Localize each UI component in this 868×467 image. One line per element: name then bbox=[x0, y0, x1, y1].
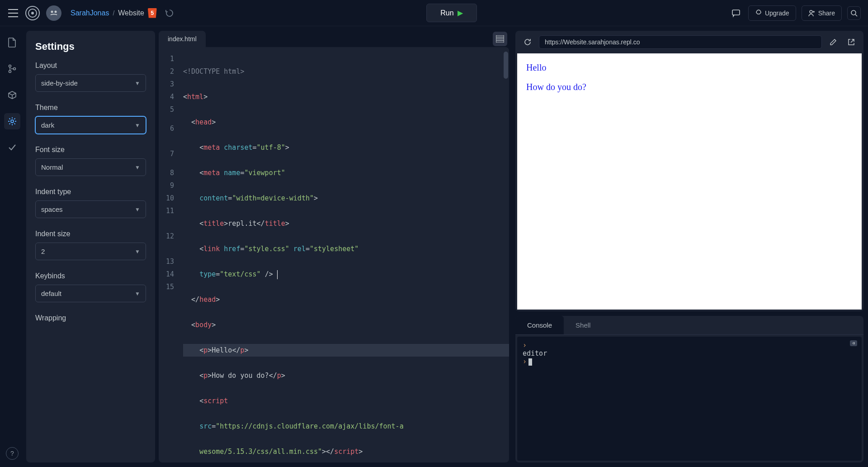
column-resize-handle[interactable] bbox=[511, 26, 514, 467]
chevron-down-icon: ▼ bbox=[135, 248, 140, 255]
layout-value: side-by-side bbox=[41, 79, 78, 87]
chevron-down-icon: ▼ bbox=[135, 122, 140, 129]
editor-column: index.html 1 2 3 4 5 6 7 8 9 10 11 12 13 bbox=[159, 31, 509, 462]
font-size-select[interactable]: Normal ▼ bbox=[35, 158, 146, 176]
html5-icon: 5 bbox=[148, 8, 157, 18]
breadcrumb-user[interactable]: SarahJonas bbox=[71, 9, 109, 17]
chevron-down-icon: ▼ bbox=[135, 206, 140, 213]
upgrade-button[interactable]: Upgrade bbox=[748, 5, 796, 21]
refresh-icon[interactable] bbox=[521, 35, 534, 49]
indent-size-value: 2 bbox=[41, 248, 45, 255]
svg-point-11 bbox=[11, 120, 14, 123]
editor-tab[interactable]: index.html bbox=[159, 31, 206, 47]
svg-point-6 bbox=[810, 10, 812, 13]
tab-shell[interactable]: Shell bbox=[564, 316, 602, 334]
breadcrumb: SarahJonas / Website 5 bbox=[71, 8, 174, 18]
share-label: Share bbox=[818, 10, 835, 17]
edit-icon[interactable] bbox=[826, 35, 840, 49]
preview-url-input[interactable] bbox=[539, 35, 822, 49]
packages-icon[interactable] bbox=[4, 87, 20, 103]
keybinds-select[interactable]: default ▼ bbox=[35, 285, 146, 302]
indent-type-select[interactable]: spaces ▼ bbox=[35, 200, 146, 218]
search-icon[interactable] bbox=[847, 6, 861, 20]
svg-point-9 bbox=[9, 71, 11, 73]
run-button-label: Run bbox=[440, 9, 453, 17]
preview-viewport[interactable]: Hello How do you do? bbox=[517, 53, 862, 310]
layout-toggle-icon[interactable] bbox=[493, 32, 507, 46]
chat-icon[interactable] bbox=[729, 6, 743, 20]
theme-value: dark bbox=[41, 121, 54, 129]
settings-icon[interactable] bbox=[4, 113, 20, 129]
svg-point-7 bbox=[851, 10, 856, 15]
preview-paragraph: Hello bbox=[526, 62, 853, 73]
console-cursor bbox=[528, 358, 532, 366]
run-button[interactable]: Run ▶ bbox=[426, 4, 476, 22]
add-user-icon bbox=[808, 10, 816, 17]
upgrade-label: Upgrade bbox=[765, 10, 789, 17]
code-editor[interactable]: 1 2 3 4 5 6 7 8 9 10 11 12 13 14 15 <!DO… bbox=[159, 47, 509, 462]
replit-logo-icon[interactable] bbox=[24, 5, 41, 21]
svg-point-3 bbox=[51, 10, 53, 13]
line-gutter: 1 2 3 4 5 6 7 8 9 10 11 12 13 14 15 bbox=[159, 47, 179, 462]
theme-label: Theme bbox=[35, 104, 146, 112]
clear-console-icon[interactable]: ⌫ bbox=[850, 340, 857, 346]
menu-icon[interactable] bbox=[7, 7, 19, 19]
top-bar: SarahJonas / Website 5 Run ▶ Upgrade Sha… bbox=[0, 0, 868, 26]
font-size-value: Normal bbox=[41, 163, 63, 171]
keybinds-value: default bbox=[41, 290, 61, 297]
breadcrumb-project[interactable]: Website bbox=[118, 9, 144, 17]
rocket-icon bbox=[755, 10, 762, 17]
svg-point-8 bbox=[9, 65, 11, 67]
theme-select[interactable]: dark ▼ bbox=[35, 116, 146, 134]
share-button[interactable]: Share bbox=[802, 5, 842, 21]
indent-type-value: spaces bbox=[41, 205, 63, 213]
preview-pane: Hello How do you do? bbox=[515, 31, 863, 311]
chevron-down-icon: ▼ bbox=[135, 164, 140, 171]
breadcrumb-separator: / bbox=[113, 10, 114, 17]
svg-point-10 bbox=[14, 68, 16, 70]
open-external-icon[interactable] bbox=[844, 35, 858, 49]
console-line: editor bbox=[523, 349, 856, 357]
console-pane: Console Shell ⌫ › editor › bbox=[515, 316, 863, 462]
layout-label: Layout bbox=[35, 62, 146, 70]
console-output[interactable]: ⌫ › editor › bbox=[517, 337, 862, 461]
chevron-down-icon: ▼ bbox=[135, 291, 140, 297]
settings-title: Settings bbox=[35, 41, 146, 52]
indent-size-label: Indent size bbox=[35, 230, 146, 238]
right-column: Hello How do you do? Console Shell ⌫ › e… bbox=[515, 31, 863, 462]
chevron-down-icon: ▼ bbox=[135, 80, 140, 86]
history-icon[interactable] bbox=[165, 9, 174, 18]
help-icon[interactable]: ? bbox=[6, 447, 19, 460]
version-control-icon[interactable] bbox=[4, 61, 20, 77]
play-icon: ▶ bbox=[458, 9, 463, 17]
font-size-label: Font size bbox=[35, 146, 146, 154]
preview-paragraph: How do you do? bbox=[526, 82, 853, 92]
layout-select[interactable]: side-by-side ▼ bbox=[35, 74, 146, 92]
check-icon[interactable] bbox=[4, 139, 20, 156]
code-content[interactable]: <!DOCTYPE html> <html> <head> <meta char… bbox=[179, 47, 509, 462]
keybinds-label: Keybinds bbox=[35, 272, 146, 280]
indent-size-select[interactable]: 2 ▼ bbox=[35, 243, 146, 260]
settings-panel: Settings Layout side-by-side ▼ Theme dar… bbox=[26, 31, 155, 462]
user-avatar[interactable] bbox=[46, 5, 61, 21]
svg-point-2 bbox=[31, 12, 34, 14]
svg-rect-5 bbox=[732, 10, 740, 15]
svg-point-4 bbox=[55, 10, 57, 13]
indent-type-label: Indent type bbox=[35, 188, 146, 196]
tab-console[interactable]: Console bbox=[515, 316, 564, 334]
wrapping-label: Wrapping bbox=[35, 314, 146, 322]
editor-scrollbar[interactable] bbox=[504, 52, 508, 79]
side-rail: ? bbox=[0, 26, 24, 467]
files-icon[interactable] bbox=[4, 34, 20, 51]
